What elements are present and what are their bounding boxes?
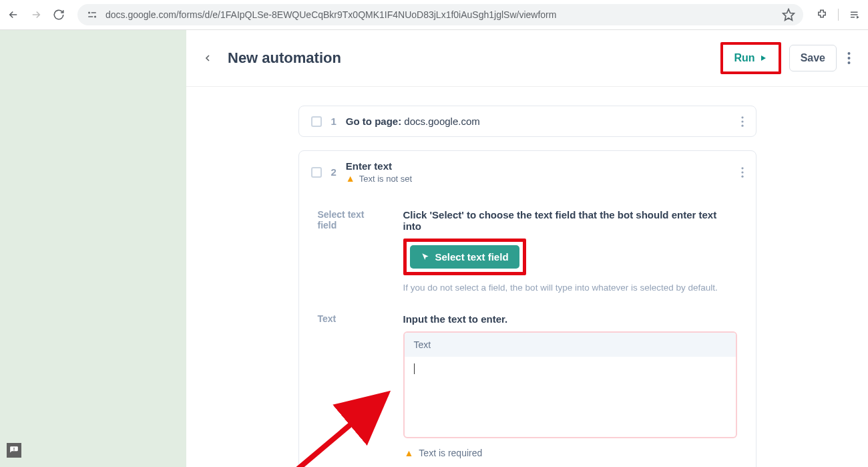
run-label: Run xyxy=(734,52,755,64)
extensions-icon[interactable] xyxy=(815,8,829,21)
step1-checkbox[interactable] xyxy=(311,116,322,127)
step2-title: Enter text xyxy=(346,160,412,172)
select-highlight-annotation: Select text field xyxy=(403,239,526,275)
svg-point-15 xyxy=(741,124,743,126)
step2-warning: ▲ Text is not set xyxy=(346,173,412,184)
text-field-label: Text xyxy=(318,313,385,324)
run-highlight-annotation: Run xyxy=(720,42,781,74)
step1-title: Go to page: docs.google.com xyxy=(346,116,480,127)
run-button[interactable]: Run xyxy=(725,47,777,69)
svg-point-18 xyxy=(741,175,743,177)
main-panel: New automation Run Save xyxy=(186,30,868,467)
svg-point-12 xyxy=(848,61,851,64)
step1-more-icon[interactable] xyxy=(741,116,744,127)
address-bar[interactable]: docs.google.com/forms/d/e/1FAIpQLSe-8EWQ… xyxy=(77,4,803,25)
step2-more-icon[interactable] xyxy=(741,167,744,178)
svg-point-14 xyxy=(741,120,743,122)
play-icon xyxy=(759,54,767,62)
forward-icon[interactable] xyxy=(29,8,43,21)
svg-marker-4 xyxy=(783,9,795,21)
svg-point-0 xyxy=(88,12,90,14)
svg-point-17 xyxy=(741,171,743,173)
page-title: New automation xyxy=(228,49,707,67)
save-button[interactable]: Save xyxy=(789,45,837,71)
select-text-field-button[interactable]: Select text field xyxy=(410,245,519,269)
svg-rect-7 xyxy=(851,17,855,18)
svg-rect-8 xyxy=(13,448,14,450)
step2-number: 2 xyxy=(331,166,337,178)
svg-point-11 xyxy=(848,57,851,59)
text-input-box[interactable]: Text xyxy=(403,331,737,438)
text-box-header: Text xyxy=(405,333,736,357)
app-header: New automation Run Save xyxy=(186,30,868,87)
select-field-label: Select text field xyxy=(318,209,385,230)
svg-rect-9 xyxy=(13,450,14,450)
reload-icon[interactable] xyxy=(52,8,65,21)
step1-number: 1 xyxy=(331,116,337,127)
step-card-2[interactable]: 2 Enter text ▲ Text is not set xyxy=(298,150,756,467)
svg-point-16 xyxy=(741,167,743,169)
divider xyxy=(838,9,839,21)
warning-icon: ▲ xyxy=(405,448,414,458)
content-area: 1 Go to page: docs.google.com 2 Enter te… xyxy=(186,87,868,467)
media-icon[interactable] xyxy=(848,8,861,21)
svg-rect-6 xyxy=(851,14,858,15)
step2-checkbox[interactable] xyxy=(311,167,322,178)
page-back-icon[interactable] xyxy=(201,51,214,65)
feedback-icon[interactable] xyxy=(7,443,21,458)
select-instruction: Click 'Select' to choose the text field … xyxy=(403,209,737,232)
site-settings-icon[interactable] xyxy=(85,8,99,21)
more-icon[interactable] xyxy=(845,52,853,64)
back-icon[interactable] xyxy=(7,8,20,21)
step-card-1[interactable]: 1 Go to page: docs.google.com xyxy=(298,106,756,137)
svg-rect-5 xyxy=(851,12,858,13)
select-hint: If you do not select a field, the bot wi… xyxy=(403,282,737,295)
cursor-icon xyxy=(421,253,430,262)
text-cursor xyxy=(414,363,415,374)
text-instruction: Input the text to enter. xyxy=(403,313,737,325)
svg-point-13 xyxy=(741,116,743,118)
url-text: docs.google.com/forms/d/e/1FAIpQLSe-8EWQ… xyxy=(105,9,775,20)
left-panel xyxy=(0,30,186,467)
browser-toolbar: docs.google.com/forms/d/e/1FAIpQLSe-8EWQ… xyxy=(0,0,868,30)
svg-rect-3 xyxy=(88,16,93,17)
star-icon[interactable] xyxy=(782,8,795,21)
select-button-label: Select text field xyxy=(435,251,509,263)
text-box-body[interactable] xyxy=(405,357,736,437)
warning-icon: ▲ xyxy=(346,173,355,184)
svg-point-10 xyxy=(848,52,851,55)
svg-point-2 xyxy=(94,16,96,18)
text-error: ▲ Text is required xyxy=(403,448,737,458)
svg-rect-1 xyxy=(91,12,97,13)
